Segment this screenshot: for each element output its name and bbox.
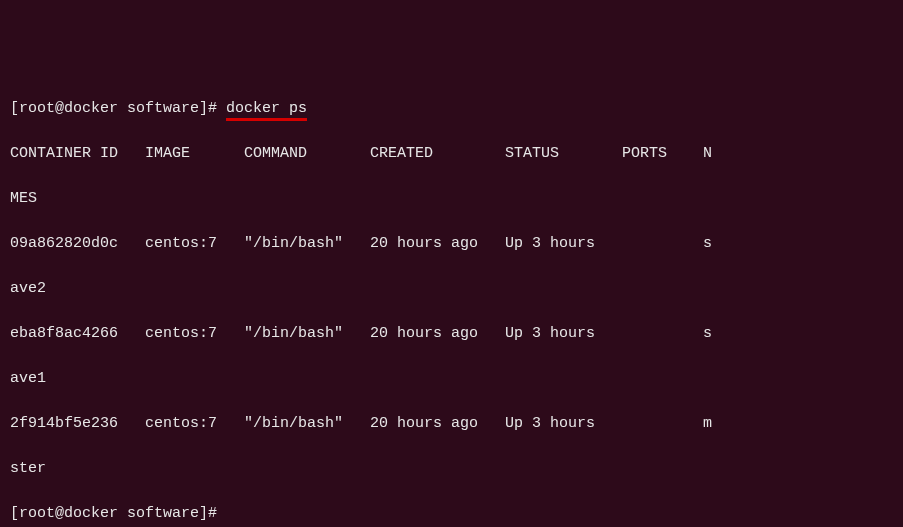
ps-row-1b: ave2 [10, 278, 893, 301]
cmd-docker-ps: docker ps [226, 100, 307, 121]
ps-row-2a: eba8f8ac4266 centos:7 "/bin/bash" 20 hou… [10, 323, 893, 346]
ps-row-2b: ave1 [10, 368, 893, 391]
ps-row-3a: 2f914bf5e236 centos:7 "/bin/bash" 20 hou… [10, 413, 893, 436]
prompt-line-1: [root@docker software]# docker ps [10, 98, 893, 121]
ps-row-1a: 09a862820d0c centos:7 "/bin/bash" 20 hou… [10, 233, 893, 256]
prompt: [root@docker software]# [10, 100, 226, 117]
ps-header-2: MES [10, 188, 893, 211]
ps-row-3b: ster [10, 458, 893, 481]
empty-prompt-1: [root@docker software]# [10, 503, 893, 526]
ps-header-1: CONTAINER ID IMAGE COMMAND CREATED STATU… [10, 143, 893, 166]
